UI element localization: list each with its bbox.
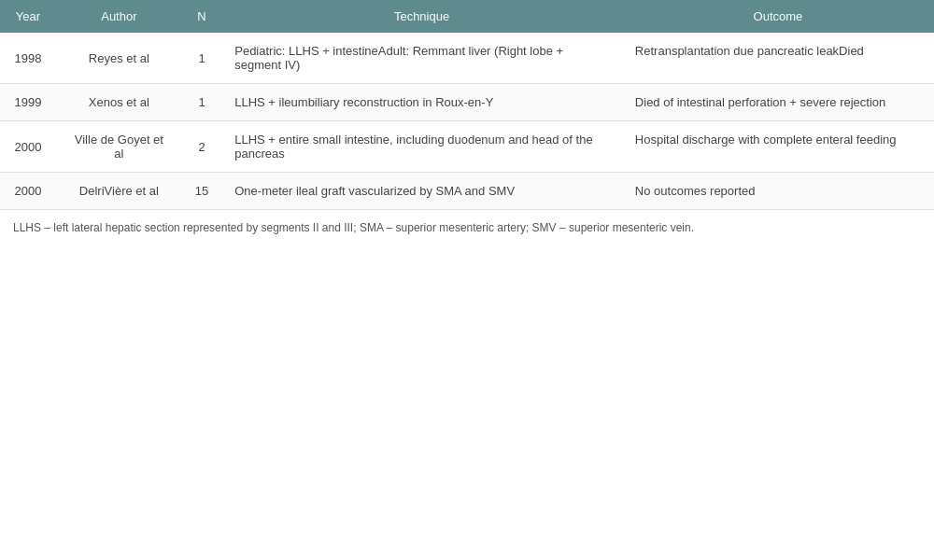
cell-outcome: No outcomes reported — [622, 173, 934, 210]
cell-technique: LLHS + ileumbiliary reconstruction in Ro… — [221, 84, 622, 121]
table-footnote: LLHS – left lateral hepatic section repr… — [0, 210, 934, 245]
cell-technique: LLHS + entire small intestine, including… — [221, 121, 622, 173]
cell-technique: One-meter ileal graft vascularized by SM… — [221, 173, 622, 210]
header-technique: Technique — [221, 0, 622, 33]
cell-year: 2000 — [0, 173, 56, 210]
cell-author: Reyes et al — [56, 33, 182, 84]
cell-year: 2000 — [0, 121, 56, 173]
table-row: 1999Xenos et al1LLHS + ileumbiliary reco… — [0, 84, 934, 121]
table-row: 2000DelriVière et al15One-meter ileal gr… — [0, 173, 934, 210]
header-year: Year — [0, 0, 56, 33]
cell-year: 1998 — [0, 33, 56, 84]
table-container: Year Author N Technique Outcome 1998Reye… — [0, 0, 934, 245]
cell-n: 1 — [182, 84, 221, 121]
cell-author: DelriVière et al — [56, 173, 182, 210]
cell-author: Xenos et al — [56, 84, 182, 121]
cell-outcome: Retransplantation due pancreatic leakDie… — [622, 33, 934, 84]
cell-outcome: Died of intestinal perforation + severe … — [622, 84, 934, 121]
cell-technique: Pediatric: LLHS + intestineAdult: Remman… — [221, 33, 622, 84]
cell-n: 1 — [182, 33, 221, 84]
cell-n: 15 — [182, 173, 221, 210]
header-n: N — [182, 0, 221, 33]
header-author: Author — [56, 0, 182, 33]
data-table: Year Author N Technique Outcome 1998Reye… — [0, 0, 934, 210]
cell-outcome: Hospital discharge with complete enteral… — [622, 121, 934, 173]
cell-year: 1999 — [0, 84, 56, 121]
header-outcome: Outcome — [622, 0, 934, 33]
table-row: 1998Reyes et al1Pediatric: LLHS + intest… — [0, 33, 934, 84]
cell-n: 2 — [182, 121, 221, 173]
table-row: 2000Ville de Goyet et al2LLHS + entire s… — [0, 121, 934, 173]
cell-author: Ville de Goyet et al — [56, 121, 182, 173]
table-header-row: Year Author N Technique Outcome — [0, 0, 934, 33]
